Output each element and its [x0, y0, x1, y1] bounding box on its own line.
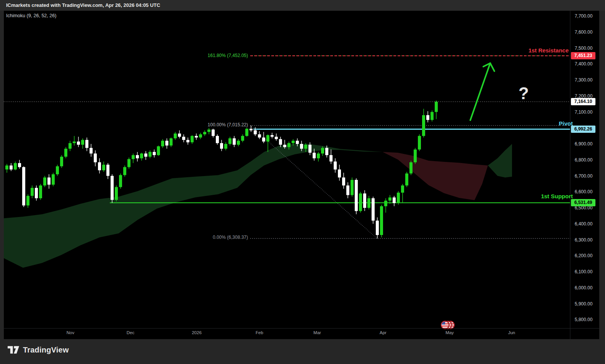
candle-body [22, 167, 25, 206]
candle-body [279, 139, 282, 145]
candle-body [56, 166, 59, 174]
candle-body [342, 178, 345, 186]
candle-body [186, 140, 189, 142]
chart-title: ICmarkets created with TradingView.com, … [6, 2, 160, 8]
candle-body [292, 141, 295, 143]
candle-body [313, 153, 316, 158]
candle-body [10, 165, 13, 169]
price-tick-label: 6,800.00 [572, 157, 595, 163]
price-tick-label: 7,300.00 [572, 77, 595, 83]
candle-body [338, 170, 341, 178]
price-tick-label: 5,800.00 [572, 317, 595, 322]
tradingview-logo-text: TradingView [23, 346, 69, 354]
candle-body [363, 193, 366, 208]
candle-body [43, 178, 46, 186]
chart-canvas[interactable] [0, 0, 605, 364]
price-tick-label: 6,400.00 [572, 221, 595, 227]
candle-body [136, 155, 139, 158]
tradingview-brand[interactable]: TradingView [8, 346, 69, 354]
candle-body [359, 193, 362, 211]
candle-body [325, 148, 328, 155]
up-arrow-drawing[interactable] [470, 63, 494, 120]
candle-body [127, 159, 130, 167]
candle-body [64, 149, 67, 157]
fib-level-0-label[interactable]: 0.00% (6,308.37) [148, 235, 248, 240]
candle-body [258, 134, 261, 137]
price-tick-label: 7,400.00 [572, 61, 595, 67]
candle-body [73, 142, 76, 143]
candle-body [195, 136, 198, 137]
price-tick-label: 5,900.00 [572, 301, 595, 307]
support-label[interactable]: 1st Support [541, 193, 573, 199]
candle-body [199, 134, 202, 137]
candle-body [26, 196, 29, 206]
candle-body [376, 220, 379, 235]
candle-body [329, 155, 333, 162]
question-mark-annotation[interactable]: ? [519, 84, 529, 103]
candle-body [266, 135, 269, 142]
candle-body [224, 144, 227, 149]
candle-body [300, 144, 303, 149]
candle-body [254, 131, 257, 134]
candle-body [216, 136, 219, 143]
candle-body [409, 162, 413, 173]
pivot-price-badge: 6,992.26 [571, 126, 595, 133]
time-axis-label: May [438, 330, 461, 335]
last-price-price-badge: 7,164.10 [571, 98, 595, 105]
candle-body [212, 129, 215, 136]
candle-body [106, 165, 109, 176]
candle-body [144, 153, 147, 157]
candle-body [178, 134, 181, 137]
candle-body [165, 141, 168, 146]
candle-body [123, 167, 126, 175]
support-price-badge: 6,531.49 [571, 199, 595, 206]
candle-body [60, 157, 63, 166]
candle-body [304, 145, 307, 149]
candle-body [431, 112, 434, 120]
candle-body [393, 198, 396, 203]
candle-body [170, 138, 173, 145]
candle-body [233, 138, 236, 145]
candle-body [355, 180, 358, 211]
candle-body [90, 148, 93, 153]
candle-body [203, 132, 206, 134]
candle-body [414, 150, 417, 162]
price-tick-label: 6,700.00 [572, 173, 595, 179]
price-tick-label: 7,700.00 [572, 13, 595, 19]
candle-body [250, 129, 253, 130]
candle-body [140, 153, 143, 158]
candle-body [148, 152, 152, 157]
candle-body [388, 198, 391, 201]
candle-body [111, 176, 114, 200]
candle-body [422, 115, 425, 136]
candle-body [367, 198, 370, 208]
candle-body [68, 143, 72, 149]
fib-level-100-label[interactable]: 100.00% (7,015.22) [148, 122, 248, 127]
candle-body [435, 102, 438, 112]
candle-body [426, 115, 429, 120]
fib-level-161-label[interactable]: 161.80% (7,452.05) [148, 53, 248, 58]
candle-body [228, 138, 232, 144]
candle-body [14, 163, 17, 170]
candle-body [351, 180, 354, 195]
indicator-label[interactable]: Ichimoku (9, 26, 52, 26) [6, 13, 56, 18]
price-tick-label: 6,200.00 [572, 253, 595, 258]
candle-body [317, 153, 320, 158]
candle-body [237, 141, 240, 145]
us-flag-event-icon[interactable] [441, 321, 455, 330]
price-tick-label: 7,500.00 [572, 46, 595, 51]
candle-body [18, 163, 21, 167]
resistance-label[interactable]: 1st Resistance [528, 47, 569, 54]
candle-body [153, 152, 156, 155]
time-axis-label: Mar [306, 330, 329, 335]
candle-body [405, 173, 408, 185]
candle-body [5, 165, 8, 169]
candle-body [31, 188, 34, 196]
candle-body [271, 135, 274, 137]
candle-body [380, 206, 383, 235]
candle-body [296, 141, 299, 144]
candle-body [372, 198, 375, 220]
tradingview-logo-icon [8, 346, 20, 354]
fib-baseline[interactable] [250, 126, 377, 238]
candle-body [52, 174, 55, 184]
